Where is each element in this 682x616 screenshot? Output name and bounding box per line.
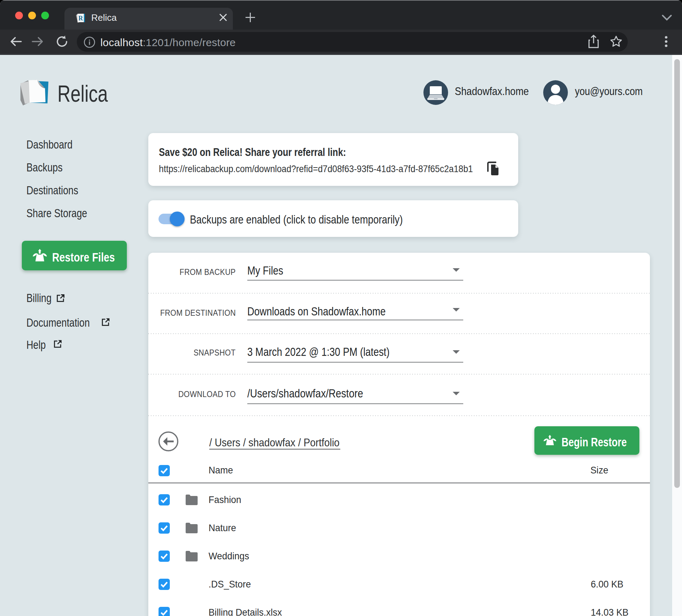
svg-text:R: R [79,15,83,22]
